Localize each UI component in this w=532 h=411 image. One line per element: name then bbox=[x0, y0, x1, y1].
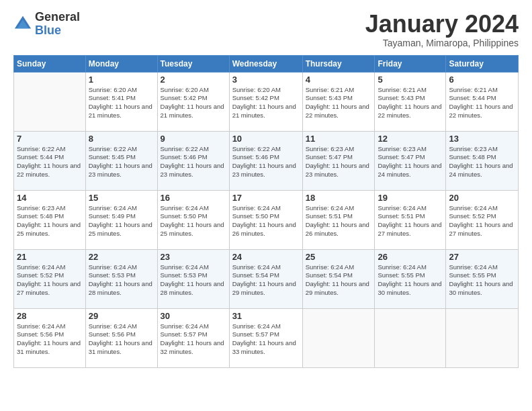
calendar-cell: 19Sunrise: 6:24 AM Sunset: 5:51 PM Dayli… bbox=[375, 190, 446, 249]
column-header-monday: Monday bbox=[85, 55, 157, 72]
day-info: Sunrise: 6:24 AM Sunset: 5:52 PM Dayligh… bbox=[449, 204, 515, 238]
day-number: 10 bbox=[232, 134, 300, 144]
day-number: 13 bbox=[449, 134, 515, 144]
day-info: Sunrise: 6:24 AM Sunset: 5:56 PM Dayligh… bbox=[17, 322, 83, 357]
day-info: Sunrise: 6:24 AM Sunset: 5:57 PM Dayligh… bbox=[232, 322, 300, 357]
calendar-cell bbox=[446, 308, 519, 367]
calendar-cell: 5Sunrise: 6:21 AM Sunset: 5:43 PM Daylig… bbox=[375, 72, 446, 131]
day-number: 27 bbox=[449, 252, 515, 262]
day-info: Sunrise: 6:23 AM Sunset: 5:48 PM Dayligh… bbox=[449, 145, 515, 179]
calendar-cell: 10Sunrise: 6:22 AM Sunset: 5:46 PM Dayli… bbox=[229, 131, 302, 190]
column-header-friday: Friday bbox=[375, 55, 446, 72]
day-number: 16 bbox=[161, 193, 226, 203]
day-info: Sunrise: 6:22 AM Sunset: 5:46 PM Dayligh… bbox=[232, 145, 300, 179]
day-number: 15 bbox=[89, 193, 154, 203]
day-info: Sunrise: 6:24 AM Sunset: 5:51 PM Dayligh… bbox=[378, 204, 443, 238]
day-number: 17 bbox=[232, 193, 300, 203]
day-info: Sunrise: 6:24 AM Sunset: 5:54 PM Dayligh… bbox=[306, 263, 372, 298]
day-number: 29 bbox=[89, 311, 154, 321]
day-info: Sunrise: 6:24 AM Sunset: 5:56 PM Dayligh… bbox=[89, 322, 154, 357]
week-row-3: 14Sunrise: 6:23 AM Sunset: 5:48 PM Dayli… bbox=[14, 190, 519, 249]
day-number: 11 bbox=[306, 134, 372, 144]
day-info: Sunrise: 6:21 AM Sunset: 5:43 PM Dayligh… bbox=[378, 86, 443, 120]
day-number: 24 bbox=[232, 252, 300, 262]
calendar-cell: 30Sunrise: 6:24 AM Sunset: 5:57 PM Dayli… bbox=[157, 308, 229, 367]
day-info: Sunrise: 6:22 AM Sunset: 5:45 PM Dayligh… bbox=[89, 145, 154, 179]
day-number: 2 bbox=[161, 75, 226, 85]
calendar-cell: 24Sunrise: 6:24 AM Sunset: 5:54 PM Dayli… bbox=[229, 249, 302, 308]
calendar-cell: 4Sunrise: 6:21 AM Sunset: 5:43 PM Daylig… bbox=[302, 72, 375, 131]
calendar-cell: 8Sunrise: 6:22 AM Sunset: 5:45 PM Daylig… bbox=[85, 131, 157, 190]
calendar-cell: 26Sunrise: 6:24 AM Sunset: 5:55 PM Dayli… bbox=[375, 249, 446, 308]
calendar-cell: 13Sunrise: 6:23 AM Sunset: 5:48 PM Dayli… bbox=[446, 131, 519, 190]
calendar-cell: 22Sunrise: 6:24 AM Sunset: 5:53 PM Dayli… bbox=[85, 249, 157, 308]
day-info: Sunrise: 6:21 AM Sunset: 5:43 PM Dayligh… bbox=[306, 86, 372, 120]
logo-general: General bbox=[35, 11, 80, 24]
day-info: Sunrise: 6:20 AM Sunset: 5:42 PM Dayligh… bbox=[232, 86, 300, 120]
day-info: Sunrise: 6:24 AM Sunset: 5:57 PM Dayligh… bbox=[161, 322, 226, 357]
day-number: 30 bbox=[161, 311, 226, 321]
day-info: Sunrise: 6:24 AM Sunset: 5:53 PM Dayligh… bbox=[161, 263, 226, 298]
logo-icon bbox=[13, 15, 32, 34]
calendar-cell: 15Sunrise: 6:24 AM Sunset: 5:49 PM Dayli… bbox=[85, 190, 157, 249]
header: General Blue January 2024 Tayaman, Mimar… bbox=[13, 11, 519, 48]
day-number: 14 bbox=[17, 193, 83, 203]
week-row-4: 21Sunrise: 6:24 AM Sunset: 5:52 PM Dayli… bbox=[14, 249, 519, 308]
day-info: Sunrise: 6:24 AM Sunset: 5:52 PM Dayligh… bbox=[17, 263, 83, 298]
day-info: Sunrise: 6:22 AM Sunset: 5:44 PM Dayligh… bbox=[17, 145, 83, 179]
day-number: 23 bbox=[161, 252, 226, 262]
calendar-cell bbox=[14, 72, 86, 131]
day-number: 22 bbox=[89, 252, 154, 262]
day-number: 9 bbox=[161, 134, 226, 144]
day-number: 7 bbox=[17, 134, 83, 144]
day-number: 18 bbox=[306, 193, 372, 203]
day-info: Sunrise: 6:24 AM Sunset: 5:50 PM Dayligh… bbox=[161, 204, 226, 238]
calendar-cell: 18Sunrise: 6:24 AM Sunset: 5:51 PM Dayli… bbox=[302, 190, 375, 249]
day-number: 25 bbox=[306, 252, 372, 262]
day-info: Sunrise: 6:24 AM Sunset: 5:51 PM Dayligh… bbox=[306, 204, 372, 238]
calendar-cell: 12Sunrise: 6:23 AM Sunset: 5:47 PM Dayli… bbox=[375, 131, 446, 190]
day-info: Sunrise: 6:22 AM Sunset: 5:46 PM Dayligh… bbox=[161, 145, 226, 179]
calendar-cell: 23Sunrise: 6:24 AM Sunset: 5:53 PM Dayli… bbox=[157, 249, 229, 308]
calendar-table: SundayMondayTuesdayWednesdayThursdayFrid… bbox=[13, 55, 519, 368]
day-info: Sunrise: 6:24 AM Sunset: 5:53 PM Dayligh… bbox=[89, 263, 154, 298]
calendar-cell: 29Sunrise: 6:24 AM Sunset: 5:56 PM Dayli… bbox=[85, 308, 157, 367]
calendar-cell: 21Sunrise: 6:24 AM Sunset: 5:52 PM Dayli… bbox=[14, 249, 86, 308]
week-row-1: 1Sunrise: 6:20 AM Sunset: 5:41 PM Daylig… bbox=[14, 72, 519, 131]
day-number: 28 bbox=[17, 311, 83, 321]
calendar-cell: 14Sunrise: 6:23 AM Sunset: 5:48 PM Dayli… bbox=[14, 190, 86, 249]
day-number: 20 bbox=[449, 193, 515, 203]
day-number: 19 bbox=[378, 193, 443, 203]
calendar-cell: 7Sunrise: 6:22 AM Sunset: 5:44 PM Daylig… bbox=[14, 131, 86, 190]
day-number: 4 bbox=[306, 75, 372, 85]
day-number: 21 bbox=[17, 252, 83, 262]
column-header-sunday: Sunday bbox=[14, 55, 86, 72]
week-row-5: 28Sunrise: 6:24 AM Sunset: 5:56 PM Dayli… bbox=[14, 308, 519, 367]
day-number: 6 bbox=[449, 75, 515, 85]
calendar-cell bbox=[302, 308, 375, 367]
day-info: Sunrise: 6:24 AM Sunset: 5:49 PM Dayligh… bbox=[89, 204, 154, 238]
day-number: 3 bbox=[232, 75, 300, 85]
day-info: Sunrise: 6:24 AM Sunset: 5:50 PM Dayligh… bbox=[232, 204, 300, 238]
week-row-2: 7Sunrise: 6:22 AM Sunset: 5:44 PM Daylig… bbox=[14, 131, 519, 190]
calendar-cell: 31Sunrise: 6:24 AM Sunset: 5:57 PM Dayli… bbox=[229, 308, 302, 367]
title-area: January 2024 Tayaman, Mimaropa, Philippi… bbox=[365, 11, 519, 48]
calendar-cell: 9Sunrise: 6:22 AM Sunset: 5:46 PM Daylig… bbox=[157, 131, 229, 190]
logo-blue: Blue bbox=[35, 24, 80, 38]
day-info: Sunrise: 6:24 AM Sunset: 5:54 PM Dayligh… bbox=[232, 263, 300, 298]
day-info: Sunrise: 6:24 AM Sunset: 5:55 PM Dayligh… bbox=[378, 263, 443, 298]
logo: General Blue bbox=[13, 11, 80, 38]
page: General Blue January 2024 Tayaman, Mimar… bbox=[0, 0, 532, 411]
calendar-cell: 27Sunrise: 6:24 AM Sunset: 5:55 PM Dayli… bbox=[446, 249, 519, 308]
calendar-cell: 20Sunrise: 6:24 AM Sunset: 5:52 PM Dayli… bbox=[446, 190, 519, 249]
calendar-cell bbox=[375, 308, 446, 367]
subtitle: Tayaman, Mimaropa, Philippines bbox=[365, 38, 519, 48]
calendar-cell: 6Sunrise: 6:21 AM Sunset: 5:44 PM Daylig… bbox=[446, 72, 519, 131]
calendar-cell: 1Sunrise: 6:20 AM Sunset: 5:41 PM Daylig… bbox=[85, 72, 157, 131]
day-number: 1 bbox=[89, 75, 154, 85]
day-number: 8 bbox=[89, 134, 154, 144]
day-number: 12 bbox=[378, 134, 443, 144]
logo-text: General Blue bbox=[35, 11, 80, 38]
day-info: Sunrise: 6:21 AM Sunset: 5:44 PM Dayligh… bbox=[449, 86, 515, 120]
day-number: 26 bbox=[378, 252, 443, 262]
